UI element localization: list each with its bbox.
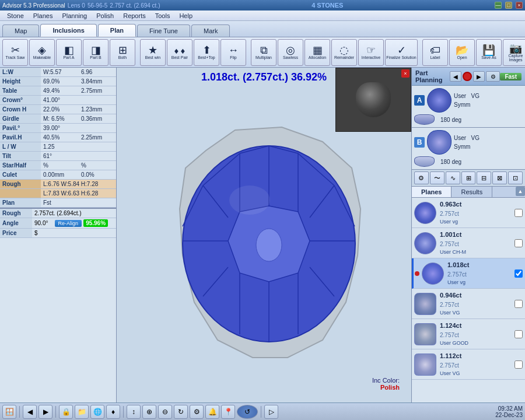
capture-button[interactable]: 📷 Capture Images — [503, 39, 525, 66]
table-row: Pavil.° 39.00° — [0, 124, 116, 133]
tab-mark[interactable]: Mark — [191, 24, 230, 37]
menu-planning[interactable]: Planning — [57, 11, 92, 20]
rp-tool-7[interactable]: ⊡ — [508, 172, 523, 184]
taskbar-btn-10[interactable]: ↻ — [174, 405, 188, 419]
stone-checkbox-4[interactable] — [514, 300, 523, 308]
close-button[interactable]: × — [516, 2, 523, 9]
next-arrow-button[interactable]: ▶ — [473, 71, 485, 82]
rp-tool-6[interactable]: ⊠ — [492, 172, 507, 184]
stats-rough-label: Rough — [0, 208, 32, 218]
save-as-button[interactable]: 💾 Save As — [476, 39, 502, 66]
flip-button[interactable]: ↔ Flip — [220, 39, 246, 66]
taskbar-start[interactable]: 🪟 — [2, 405, 16, 419]
rp-tool-4[interactable]: ⊞ — [461, 172, 476, 184]
remainder-button[interactable]: ◌ Remainder — [331, 39, 357, 66]
time-display: 09:32 AM 22-Dec-23 — [495, 405, 523, 418]
part-a-button[interactable]: ◧ Part A — [56, 39, 82, 66]
collapse-button[interactable]: ▲ — [516, 187, 525, 196]
stone-checkbox-6[interactable] — [514, 360, 523, 369]
tab-results[interactable]: Results — [452, 187, 492, 197]
rp-tool-1[interactable]: ⚙ — [414, 172, 429, 184]
stone-checkbox-3[interactable] — [514, 270, 523, 278]
toolbar: ✂ Track Saw ◈ Makeable ◧ Part A ◨ Part B… — [0, 37, 525, 68]
part-a-gem-small — [414, 114, 435, 125]
stone-row-6[interactable]: 1.112ct 2.757ct User VG — [412, 349, 525, 380]
sawless-button[interactable]: ◎ Sawless — [278, 39, 303, 66]
taskbar-btn-14[interactable]: ▷ — [264, 405, 278, 419]
taskbar-btn-8[interactable]: ⊕ — [142, 405, 156, 419]
stone-checkbox-2[interactable] — [514, 239, 523, 247]
taskbar-btn-9[interactable]: ⊖ — [158, 405, 172, 419]
coords-info: 56-96-5 — [88, 2, 107, 9]
best-top-button[interactable]: ⬆ Best+Top — [194, 39, 219, 66]
taskbar-btn-11[interactable]: ⚙ — [190, 405, 204, 419]
rp-tool-5[interactable]: ⊟ — [477, 172, 491, 184]
stop-button[interactable] — [463, 72, 472, 81]
center-content: 1.018ct. (2.757ct.) 36.92% × — [117, 68, 411, 402]
rp-tool-2[interactable]: 〜 — [430, 172, 444, 184]
stats-rough-val: 2.757ct. (2.694ct.) — [32, 208, 116, 218]
open-button[interactable]: 📂 Open — [449, 39, 475, 66]
re-align-button[interactable]: Re-Align — [55, 220, 82, 227]
table-row: Plan Fst — [0, 198, 116, 208]
menu-tools[interactable]: Tools — [150, 11, 175, 20]
tab-inclusions[interactable]: Inclusions — [40, 24, 96, 37]
allocation-button[interactable]: ▦ Allocation — [304, 39, 330, 66]
track-saw-button[interactable]: ✂ Track Saw — [2, 39, 28, 66]
maximize-button[interactable]: □ — [505, 2, 512, 9]
taskbar-rotate[interactable]: ↺ — [237, 405, 258, 419]
multiplan-label: Multiplan — [256, 55, 272, 60]
speed-badge: Fast — [500, 73, 522, 80]
part-b-quality-label: User — [454, 135, 466, 141]
settings-button[interactable]: ⚙ — [486, 71, 500, 82]
tab-map[interactable]: Map — [2, 24, 39, 37]
taskbar-btn-3[interactable]: 🔒 — [59, 405, 73, 419]
menu-stone[interactable]: Stone — [2, 11, 29, 20]
menu-polish[interactable]: Polish — [92, 11, 118, 20]
finalize-button[interactable]: ✓ Finalize Solution — [385, 39, 418, 66]
label-button[interactable]: 🏷 Label — [422, 39, 448, 66]
stone-checkbox-1[interactable] — [514, 209, 523, 217]
best-win-button[interactable]: ★ Best win — [140, 39, 166, 66]
tab-planes[interactable]: Planes — [412, 187, 452, 197]
stone-checkbox-5[interactable] — [514, 330, 523, 338]
taskbar-btn-4[interactable]: 📁 — [75, 405, 89, 419]
part-a-icon: ◧ — [64, 45, 74, 55]
preview-close-button[interactable]: × — [401, 69, 410, 78]
culet-pct: 0.0% — [79, 170, 116, 180]
rp-tool-3[interactable]: ∿ — [446, 172, 460, 184]
part-b-button[interactable]: ◨ Part B — [83, 39, 108, 66]
taskbar-btn-5[interactable]: 🌐 — [90, 405, 104, 419]
taskbar-btn-7[interactable]: ↕ — [127, 405, 141, 419]
table-row: Tilt 61° — [0, 152, 116, 161]
taskbar-btn-6[interactable]: ♦ — [106, 405, 120, 419]
window-controls[interactable]: — □ × — [495, 2, 523, 9]
multiplan-button[interactable]: ⧉ Multiplan — [251, 39, 276, 66]
stone-row-4[interactable]: 0.946ct 2.757ct User VG — [412, 289, 525, 319]
stone-row-5[interactable]: 1.124ct 2.757ct User GOOD — [412, 319, 525, 349]
tab-plan[interactable]: Plan — [98, 24, 136, 37]
menu-planes[interactable]: Planes — [29, 11, 58, 20]
menu-help[interactable]: Help — [174, 11, 197, 20]
stone-row-1[interactable]: 0.963ct 2.757ct User vg — [412, 198, 525, 228]
makeable-button[interactable]: ◈ Makeable — [29, 39, 55, 66]
stone-stats-6: 1.112ct 2.757ct User VG — [440, 351, 513, 377]
stone-row-3[interactable]: 1.018ct 2.757ct User vg — [412, 258, 525, 289]
stone-canvas[interactable]: Inc Color: Polish — [117, 85, 411, 402]
best-pair-button[interactable]: ⬧⬧ Best Pair — [167, 39, 192, 66]
taskbar-btn-1[interactable]: ◀ — [23, 405, 37, 419]
minimize-button[interactable]: — — [495, 2, 502, 9]
both-button[interactable]: ⊞ Both — [110, 39, 135, 66]
prev-arrow-button[interactable]: ◀ — [450, 71, 461, 82]
lw-ratio-val: 1.25 — [41, 142, 116, 152]
menu-reports[interactable]: Reports — [118, 11, 150, 20]
taskbar-btn-2[interactable]: ▶ — [38, 405, 52, 419]
tab-finetune[interactable]: Fine Tune — [137, 24, 190, 37]
interactive-button[interactable]: ☞ Interactive — [358, 39, 384, 66]
stone-row-2[interactable]: 1.001ct 2.757ct User CH-M — [412, 228, 525, 258]
pavil-deg-label: Pavil.° — [0, 124, 41, 133]
part-a-symm: Symm — [454, 100, 480, 109]
table-row: L:W W:5.57 6.96 — [0, 68, 116, 77]
taskbar-btn-13[interactable]: 📍 — [221, 405, 235, 419]
taskbar-btn-12[interactable]: 🔔 — [205, 405, 219, 419]
